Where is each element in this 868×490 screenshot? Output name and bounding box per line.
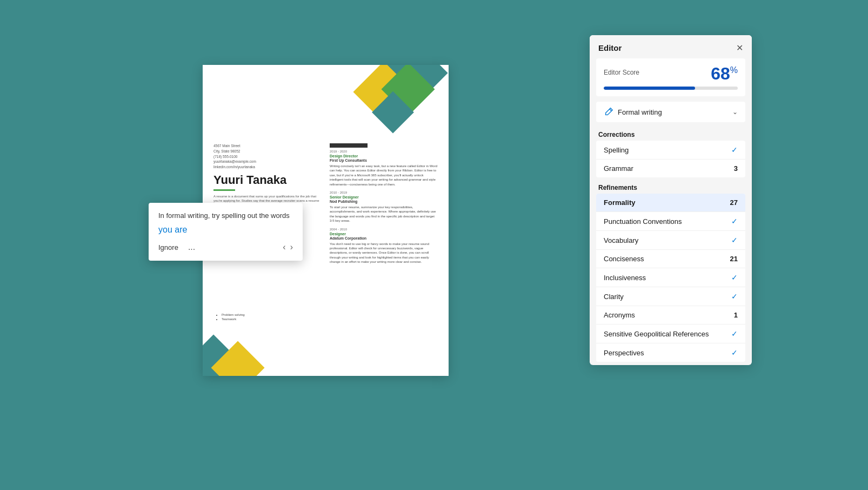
doc-bottom-decoration: [203, 333, 449, 376]
doc-intro: A resume is a document that sums up your…: [213, 194, 322, 203]
score-percent-symbol: %: [730, 65, 738, 75]
refinement-conciseness[interactable]: Conciseness 21: [596, 250, 745, 268]
correction-grammar[interactable]: Grammar 3: [596, 160, 745, 177]
formal-writing-label: Formal writing: [618, 108, 662, 116]
refinement-acronyms-label: Acronyms: [604, 311, 635, 319]
editor-panel: Editor ✕ Editor Score 68% Formal writing…: [590, 35, 752, 365]
editor-score-section: Editor Score 68%: [596, 58, 745, 96]
suggestion-box: In formal writing, try spelling out the …: [149, 203, 303, 261]
editor-header: Editor ✕: [590, 35, 752, 58]
suggestion-actions: Ignore ... ‹ ›: [158, 242, 293, 252]
formal-writing-left: Formal writing: [604, 107, 662, 117]
name-underline: [213, 189, 235, 191]
refinement-perspectives-label: Perspectives: [604, 349, 644, 357]
job-1-company: First Up Consultants: [330, 158, 438, 162]
address-line-1: 4567 Main Street: [213, 143, 322, 149]
skills-list: Problem solving Teamwork: [213, 313, 322, 321]
address-line-4: yuuirtanaka@example.com: [213, 159, 322, 164]
refinements-list: Formality 27 Punctuation Conventions ✓ V…: [596, 194, 745, 362]
job-1-title: Design Director: [330, 154, 438, 158]
refinement-vocabulary[interactable]: Vocabulary ✓: [596, 231, 745, 250]
correction-spelling[interactable]: Spelling ✓: [596, 141, 745, 160]
punctuation-check-icon: ✓: [731, 217, 738, 226]
refinement-inclusiveness[interactable]: Inclusiveness ✓: [596, 268, 745, 287]
job-2-desc: To start your resume, summarize your key…: [330, 205, 438, 223]
prev-suggestion-button[interactable]: ‹: [283, 242, 285, 252]
score-bar-fill: [604, 87, 695, 90]
correction-grammar-label: Grammar: [604, 164, 633, 173]
perspectives-check-icon: ✓: [731, 348, 738, 357]
address-line-3: (718) 555-0100: [213, 154, 322, 160]
correction-spelling-label: Spelling: [604, 146, 629, 154]
doc-address: 4567 Main Street City, State 98052 (718)…: [213, 143, 322, 170]
job-2-company: Nod Publishing: [330, 200, 438, 203]
editor-panel-title: Editor: [598, 43, 622, 52]
refinement-punctuation[interactable]: Punctuation Conventions ✓: [596, 212, 745, 231]
geopolitical-check-icon: ✓: [731, 329, 738, 338]
refinement-conciseness-label: Conciseness: [604, 255, 644, 263]
refinements-header: Refinements: [590, 181, 752, 194]
corrections-list: Spelling ✓ Grammar 3: [596, 141, 745, 177]
doc-jobs-column: 2019 - 2020 Design Director First Up Con…: [330, 143, 438, 268]
refinement-acronyms[interactable]: Acronyms 1: [596, 306, 745, 325]
ignore-button[interactable]: Ignore: [158, 243, 178, 251]
grammar-count: 3: [727, 164, 738, 173]
job-2: 2010 - 2019 Senior Designer Nod Publishi…: [330, 191, 438, 223]
job-2-title: Senior Designer: [330, 195, 438, 199]
job-2-year: 2010 - 2019: [330, 191, 438, 194]
refinement-inclusiveness-label: Inclusiveness: [604, 274, 646, 282]
score-label: Editor Score: [604, 69, 639, 76]
skill-1: Problem solving: [222, 313, 322, 316]
doc-person-name: Yuuri Tanaka: [213, 173, 322, 187]
job-title-bar: [330, 143, 368, 148]
address-line-2: City, State 98052: [213, 149, 322, 154]
refinement-punctuation-label: Punctuation Conventions: [604, 217, 682, 226]
refinement-geopolitical[interactable]: Sensitive Geopolitical References ✓: [596, 325, 745, 343]
job-3-year: 2004 - 2010: [330, 228, 438, 231]
refinement-formality[interactable]: Formality 27: [596, 194, 745, 212]
pencil-icon: [604, 107, 613, 117]
doc-address-section: 4567 Main Street City, State 98052 (718)…: [213, 143, 322, 208]
suggestion-replacement: you are: [158, 225, 293, 235]
address-line-5: linkedin.com/in/yuurtanaka: [213, 164, 322, 170]
score-value: 68%: [711, 65, 738, 82]
editor-close-button[interactable]: ✕: [736, 43, 743, 53]
skills-section: Problem solving Teamwork: [213, 311, 322, 322]
formal-writing-row[interactable]: Formal writing ⌄: [596, 102, 745, 122]
job-3-title: Designer: [330, 232, 438, 236]
job-1: 2019 - 2020 Design Director First Up Con…: [330, 150, 438, 187]
refinement-vocabulary-label: Vocabulary: [604, 236, 638, 244]
score-number: 68: [711, 64, 730, 83]
refinement-conciseness-count: 21: [727, 255, 738, 263]
clarity-check-icon: ✓: [731, 292, 738, 301]
more-options-button[interactable]: ...: [188, 242, 195, 252]
vocabulary-check-icon: ✓: [731, 236, 738, 244]
corrections-header: Corrections: [590, 128, 752, 141]
refinement-clarity-label: Clarity: [604, 293, 624, 301]
refinement-formality-label: Formality: [604, 198, 636, 207]
suggestion-text: In formal writing, try spelling out the …: [158, 211, 293, 220]
inclusiveness-check-icon: ✓: [731, 273, 738, 282]
job-1-year: 2019 - 2020: [330, 150, 438, 153]
job-1-desc: Writing concisely isn't an easy task, bu…: [330, 164, 438, 187]
refinement-perspectives[interactable]: Perspectives ✓: [596, 343, 745, 362]
job-3-desc: You don't need to use big or fancy words…: [330, 242, 438, 264]
job-3-company: Adatum Corporation: [330, 236, 438, 240]
skill-2: Teamwork: [222, 317, 322, 321]
next-suggestion-button[interactable]: ›: [290, 242, 293, 252]
refinement-geopolitical-label: Sensitive Geopolitical References: [604, 330, 709, 338]
refinement-acronyms-count: 1: [727, 311, 738, 319]
refinement-formality-count: 27: [727, 198, 738, 207]
refinement-clarity[interactable]: Clarity ✓: [596, 287, 745, 306]
doc-header: [203, 65, 449, 141]
formal-writing-chevron-icon: ⌄: [732, 108, 738, 116]
suggestion-navigation: ‹ ›: [283, 242, 293, 252]
spelling-check-icon: ✓: [731, 145, 738, 154]
job-3: 2004 - 2010 Designer Adatum Corporation …: [330, 228, 438, 264]
score-bar: [604, 87, 738, 90]
